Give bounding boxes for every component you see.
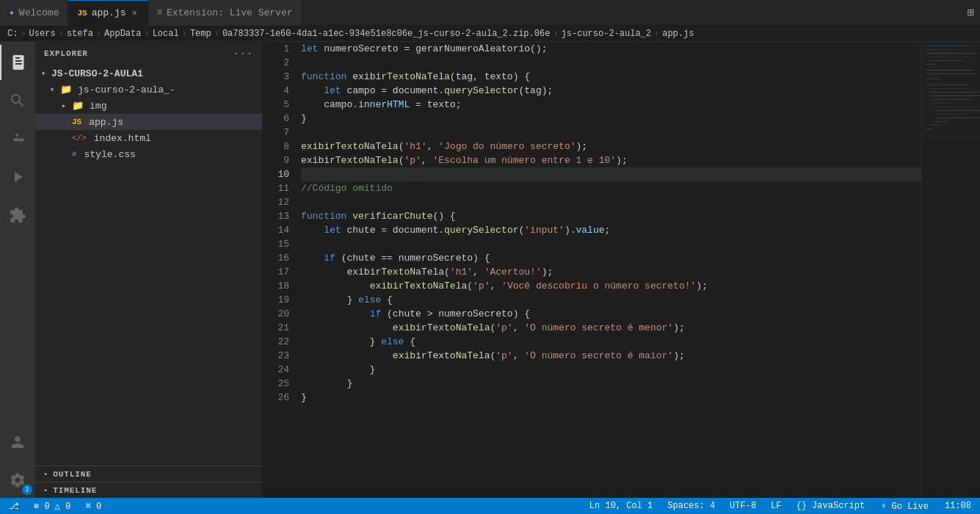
status-spaces[interactable]: Spaces: 4 xyxy=(664,501,718,511)
indexhtml-label: index.html xyxy=(94,133,151,144)
new-file-icon[interactable]: ··· xyxy=(233,48,253,59)
line-number: 12 xyxy=(263,195,289,209)
tab-appjs[interactable]: JS app.js ✕ xyxy=(68,0,148,26)
settings-badge: 1 xyxy=(22,485,32,495)
code-line[interactable]: if (chute > numeroSecreto) { xyxy=(301,307,921,321)
code-line[interactable]: let campo = document.querySelector(tag); xyxy=(301,84,921,98)
code-line[interactable]: exibirTextoNaTela('p', 'Você descobriu o… xyxy=(301,279,921,293)
line-number: 4 xyxy=(263,84,289,98)
split-editor-icon[interactable]: ⊞ xyxy=(967,5,974,20)
line-number: 21 xyxy=(263,321,289,335)
line-number: 16 xyxy=(263,251,289,265)
code-line[interactable]: } else { xyxy=(301,293,921,307)
line-number: 14 xyxy=(263,223,289,237)
code-lines[interactable]: let numeroSecreto = gerarNumeroAleatorio… xyxy=(298,42,921,498)
code-line[interactable]: } xyxy=(301,112,921,126)
code-line[interactable]: let chute = document.querySelector('inpu… xyxy=(301,223,921,237)
tree-folder-js[interactable]: ▾ 📁 js-curso-2-aula_- xyxy=(35,82,262,98)
outline-label: OUTLINE xyxy=(53,470,91,479)
status-encoding[interactable]: UTF-8 xyxy=(727,501,759,511)
activity-run[interactable] xyxy=(0,159,35,195)
js-tab-icon: JS xyxy=(77,9,87,18)
status-bar: ⎇ ⊗ 0 △ 0 ⌘ 0 Ln 10, Col 1 Spaces: 4 UTF… xyxy=(0,498,980,514)
line-number: 20 xyxy=(263,307,289,321)
code-line[interactable]: if (chute == numeroSecreto) { xyxy=(301,251,921,265)
tab-liveserver[interactable]: ≡ Extension: Live Server xyxy=(148,0,302,26)
code-line[interactable]: } xyxy=(301,363,921,377)
activity-search[interactable] xyxy=(0,83,35,118)
activity-account[interactable] xyxy=(0,424,35,460)
line-number: 15 xyxy=(263,237,289,251)
code-line[interactable]: } xyxy=(301,391,921,405)
code-line[interactable]: campo.innerHTML = texto; xyxy=(301,98,921,112)
appjs-icon: JS xyxy=(72,117,81,126)
code-line[interactable]: let numeroSecreto = gerarNumeroAleatorio… xyxy=(301,42,921,56)
tab-welcome[interactable]: ✦ Welcome xyxy=(0,0,68,26)
code-line[interactable]: exibirTextoNaTela('h1', 'Jogo do número … xyxy=(301,140,921,153)
folder-label: js-curso-2-aula_- xyxy=(78,84,175,95)
tree-root[interactable]: ▾ JS-CURSO-2-AULA1 xyxy=(35,65,262,82)
stylecss-label: style.css xyxy=(84,149,136,160)
root-chevron: ▾ xyxy=(41,69,46,78)
line-number: 17 xyxy=(263,265,289,279)
tab-close-button[interactable]: ✕ xyxy=(130,7,138,19)
code-line[interactable] xyxy=(301,167,921,181)
status-live-server[interactable]: ⚡ Go Live xyxy=(876,501,933,512)
tree-file-indexhtml[interactable]: </> index.html xyxy=(35,130,262,146)
activity-source-control[interactable] xyxy=(0,121,35,156)
status-language[interactable]: {} JavaScript xyxy=(794,501,868,511)
status-left: ⎇ ⊗ 0 △ 0 ⌘ 0 xyxy=(6,501,104,512)
line-number: 26 xyxy=(263,391,289,405)
code-line[interactable] xyxy=(301,237,921,251)
folder-chevron: ▾ xyxy=(50,85,54,94)
tab-appjs-label: app.js xyxy=(92,7,126,18)
line-number: 24 xyxy=(263,363,289,377)
line-numbers: 1234567891011121314151617181920212223242… xyxy=(263,42,298,498)
tree-file-appjs[interactable]: JS app.js xyxy=(35,114,262,130)
minimap xyxy=(921,42,980,498)
code-line[interactable]: //Código omitido xyxy=(301,181,921,195)
editor-content[interactable]: 1234567891011121314151617181920212223242… xyxy=(263,42,980,498)
status-eol[interactable]: LF xyxy=(768,501,784,511)
line-number: 8 xyxy=(263,140,289,153)
tab-liveserver-label: Extension: Live Server xyxy=(167,7,293,18)
status-right: Ln 10, Col 1 Spaces: 4 UTF-8 LF {} JavaS… xyxy=(587,501,974,512)
code-line[interactable]: function exibirTextoNaTela(tag, texto) { xyxy=(301,70,921,84)
line-number: 25 xyxy=(263,377,289,391)
code-line[interactable]: } else { xyxy=(301,335,921,349)
outline-section[interactable]: ▸ OUTLINE xyxy=(35,466,262,482)
code-line[interactable]: exibirTextoNaTela('p', 'Escolha um númer… xyxy=(301,153,921,167)
code-line[interactable]: } xyxy=(301,377,921,391)
line-number: 7 xyxy=(263,126,289,140)
code-line[interactable] xyxy=(301,126,921,140)
sidebar-content: ▾ JS-CURSO-2-AULA1 ▾ 📁 js-curso-2-aula_-… xyxy=(35,65,262,466)
code-line[interactable]: exibirTextoNaTela('h1', 'Acertou!'); xyxy=(301,265,921,279)
css-icon: # xyxy=(72,150,77,159)
line-number: 6 xyxy=(263,112,289,126)
status-branch[interactable]: ⎇ xyxy=(6,501,22,512)
timeline-section[interactable]: ▸ TIMELINE xyxy=(35,482,262,498)
code-line[interactable] xyxy=(301,56,921,70)
status-notifications[interactable]: ⌘ 0 xyxy=(82,501,104,512)
tree-file-stylecss[interactable]: # style.css xyxy=(35,146,262,162)
status-position[interactable]: Ln 10, Col 1 xyxy=(587,501,656,511)
line-number: 13 xyxy=(263,209,289,223)
code-line[interactable] xyxy=(301,195,921,209)
line-number: 5 xyxy=(263,98,289,112)
tree-folder-img[interactable]: ▸ 📁 img xyxy=(35,98,262,114)
ext-tab-icon: ≡ xyxy=(157,7,162,18)
code-line[interactable]: exibirTextoNaTela('p', 'O número secreto… xyxy=(301,321,921,335)
line-number: 1 xyxy=(263,42,289,56)
activity-extensions[interactable] xyxy=(0,198,35,233)
svg-rect-23 xyxy=(922,42,980,137)
line-number: 11 xyxy=(263,181,289,195)
status-errors[interactable]: ⊗ 0 △ 0 xyxy=(31,501,73,512)
code-line[interactable]: exibirTextoNaTela('p', 'O número secreto… xyxy=(301,349,921,363)
tab-bar: ✦ Welcome JS app.js ✕ ≡ Extension: Live … xyxy=(0,0,980,26)
activity-explorer[interactable] xyxy=(0,45,35,80)
line-number: 10 xyxy=(263,167,289,181)
line-number: 22 xyxy=(263,335,289,349)
line-number: 9 xyxy=(263,153,289,167)
code-line[interactable]: function verificarChute() { xyxy=(301,209,921,223)
activity-settings[interactable]: 1 xyxy=(0,463,35,498)
